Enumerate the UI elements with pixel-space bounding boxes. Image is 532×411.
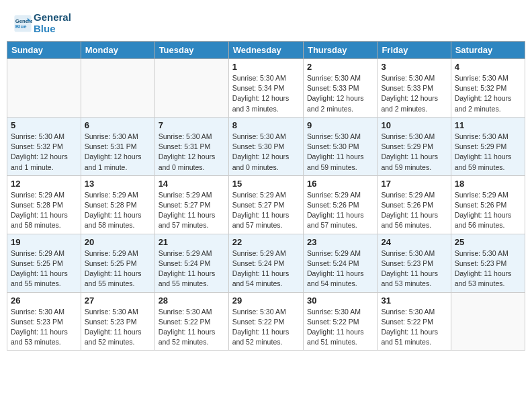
svg-text:Blue: Blue — [15, 24, 27, 30]
day-number: 13 — [85, 179, 151, 189]
day-number: 6 — [85, 120, 151, 130]
day-number: 29 — [232, 295, 300, 306]
day-info: Sunrise: 5:29 AM Sunset: 5:26 PM Dayligh… — [381, 190, 447, 231]
weekday-header-sunday: Sunday — [7, 42, 81, 59]
calendar-week-row: 5Sunrise: 5:30 AM Sunset: 5:32 PM Daylig… — [7, 117, 525, 175]
calendar-day-10: 10Sunrise: 5:30 AM Sunset: 5:29 PM Dayli… — [378, 117, 451, 175]
weekday-header-monday: Monday — [81, 42, 154, 59]
day-info: Sunrise: 5:29 AM Sunset: 5:28 PM Dayligh… — [85, 190, 151, 231]
day-number: 16 — [307, 179, 373, 189]
day-info: Sunrise: 5:29 AM Sunset: 5:24 PM Dayligh… — [232, 248, 300, 289]
day-number: 15 — [232, 179, 300, 189]
day-number: 8 — [232, 120, 300, 130]
calendar-day-29: 29Sunrise: 5:30 AM Sunset: 5:22 PM Dayli… — [228, 292, 303, 351]
calendar-day-31: 31Sunrise: 5:30 AM Sunset: 5:22 PM Dayli… — [378, 292, 451, 351]
calendar-day-1: 1Sunrise: 5:30 AM Sunset: 5:34 PM Daylig… — [228, 59, 303, 118]
title-section — [71, 12, 519, 13]
calendar-day-empty — [7, 59, 81, 118]
calendar-day-30: 30Sunrise: 5:30 AM Sunset: 5:22 PM Dayli… — [303, 292, 377, 351]
day-info: Sunrise: 5:30 AM Sunset: 5:23 PM Dayligh… — [455, 248, 521, 289]
day-number: 30 — [307, 295, 373, 306]
day-info: Sunrise: 5:30 AM Sunset: 5:32 PM Dayligh… — [455, 73, 521, 114]
day-number: 31 — [381, 295, 447, 306]
weekday-header-row: SundayMondayTuesdayWednesdayThursdayFrid… — [7, 42, 525, 59]
calendar-day-14: 14Sunrise: 5:29 AM Sunset: 5:27 PM Dayli… — [154, 175, 228, 234]
day-number: 25 — [455, 237, 521, 247]
day-number: 21 — [159, 237, 225, 247]
day-number: 3 — [381, 62, 447, 72]
day-number: 7 — [159, 120, 225, 130]
day-info: Sunrise: 5:30 AM Sunset: 5:22 PM Dayligh… — [159, 307, 225, 348]
day-number: 24 — [381, 237, 447, 247]
calendar-day-3: 3Sunrise: 5:30 AM Sunset: 5:33 PM Daylig… — [378, 59, 451, 118]
calendar-day-28: 28Sunrise: 5:30 AM Sunset: 5:22 PM Dayli… — [154, 292, 228, 351]
day-info: Sunrise: 5:30 AM Sunset: 5:31 PM Dayligh… — [85, 132, 151, 173]
logo-icon: General Blue — [13, 14, 32, 33]
calendar-day-15: 15Sunrise: 5:29 AM Sunset: 5:27 PM Dayli… — [228, 175, 303, 234]
weekday-header-saturday: Saturday — [451, 42, 525, 59]
calendar-day-19: 19Sunrise: 5:29 AM Sunset: 5:25 PM Dayli… — [7, 234, 81, 292]
day-number: 5 — [11, 120, 77, 130]
day-info: Sunrise: 5:30 AM Sunset: 5:33 PM Dayligh… — [381, 73, 447, 114]
day-number: 12 — [11, 179, 77, 189]
calendar-day-18: 18Sunrise: 5:29 AM Sunset: 5:26 PM Dayli… — [451, 175, 525, 234]
day-info: Sunrise: 5:29 AM Sunset: 5:25 PM Dayligh… — [11, 248, 77, 289]
calendar-day-12: 12Sunrise: 5:29 AM Sunset: 5:28 PM Dayli… — [7, 175, 81, 234]
calendar-day-16: 16Sunrise: 5:29 AM Sunset: 5:26 PM Dayli… — [303, 175, 377, 234]
day-info: Sunrise: 5:30 AM Sunset: 5:32 PM Dayligh… — [11, 132, 77, 173]
calendar-day-23: 23Sunrise: 5:29 AM Sunset: 5:24 PM Dayli… — [303, 234, 377, 292]
calendar-day-8: 8Sunrise: 5:30 AM Sunset: 5:30 PM Daylig… — [228, 117, 303, 175]
day-info: Sunrise: 5:30 AM Sunset: 5:29 PM Dayligh… — [381, 132, 447, 173]
day-info: Sunrise: 5:30 AM Sunset: 5:23 PM Dayligh… — [381, 248, 447, 289]
day-info: Sunrise: 5:30 AM Sunset: 5:34 PM Dayligh… — [232, 73, 300, 114]
day-info: Sunrise: 5:30 AM Sunset: 5:33 PM Dayligh… — [307, 73, 373, 114]
calendar-day-17: 17Sunrise: 5:29 AM Sunset: 5:26 PM Dayli… — [378, 175, 451, 234]
day-number: 26 — [11, 295, 77, 306]
calendar-day-2: 2Sunrise: 5:30 AM Sunset: 5:33 PM Daylig… — [303, 59, 377, 118]
day-info: Sunrise: 5:29 AM Sunset: 5:28 PM Dayligh… — [11, 190, 77, 231]
day-number: 19 — [11, 237, 77, 247]
calendar-day-13: 13Sunrise: 5:29 AM Sunset: 5:28 PM Dayli… — [81, 175, 154, 234]
day-number: 2 — [307, 62, 373, 72]
calendar-week-row: 19Sunrise: 5:29 AM Sunset: 5:25 PM Dayli… — [7, 234, 525, 292]
day-info: Sunrise: 5:30 AM Sunset: 5:30 PM Dayligh… — [232, 132, 300, 173]
day-info: Sunrise: 5:29 AM Sunset: 5:26 PM Dayligh… — [307, 190, 373, 231]
day-number: 14 — [159, 179, 225, 189]
calendar-day-6: 6Sunrise: 5:30 AM Sunset: 5:31 PM Daylig… — [81, 117, 154, 175]
day-info: Sunrise: 5:30 AM Sunset: 5:23 PM Dayligh… — [11, 307, 77, 348]
day-number: 18 — [455, 179, 521, 189]
day-info: Sunrise: 5:29 AM Sunset: 5:24 PM Dayligh… — [307, 248, 373, 289]
day-number: 28 — [159, 295, 225, 306]
day-info: Sunrise: 5:30 AM Sunset: 5:22 PM Dayligh… — [381, 307, 447, 348]
day-number: 23 — [307, 237, 373, 247]
calendar-day-empty — [154, 59, 228, 118]
day-info: Sunrise: 5:29 AM Sunset: 5:24 PM Dayligh… — [159, 248, 225, 289]
day-number: 11 — [455, 120, 521, 130]
calendar-day-empty — [81, 59, 154, 118]
day-number: 10 — [381, 120, 447, 130]
calendar-week-row: 26Sunrise: 5:30 AM Sunset: 5:23 PM Dayli… — [7, 292, 525, 351]
calendar-week-row: 12Sunrise: 5:29 AM Sunset: 5:28 PM Dayli… — [7, 175, 525, 234]
day-info: Sunrise: 5:30 AM Sunset: 5:22 PM Dayligh… — [307, 307, 373, 348]
calendar-week-row: 1Sunrise: 5:30 AM Sunset: 5:34 PM Daylig… — [7, 59, 525, 118]
calendar-day-20: 20Sunrise: 5:29 AM Sunset: 5:25 PM Dayli… — [81, 234, 154, 292]
day-number: 9 — [307, 120, 373, 130]
logo: General Blue General Blue — [13, 12, 71, 34]
day-info: Sunrise: 5:30 AM Sunset: 5:31 PM Dayligh… — [159, 132, 225, 173]
day-number: 4 — [455, 62, 521, 72]
calendar-day-22: 22Sunrise: 5:29 AM Sunset: 5:24 PM Dayli… — [228, 234, 303, 292]
calendar-day-25: 25Sunrise: 5:30 AM Sunset: 5:23 PM Dayli… — [451, 234, 525, 292]
calendar-day-4: 4Sunrise: 5:30 AM Sunset: 5:32 PM Daylig… — [451, 59, 525, 118]
day-info: Sunrise: 5:30 AM Sunset: 5:29 PM Dayligh… — [455, 132, 521, 173]
day-info: Sunrise: 5:30 AM Sunset: 5:22 PM Dayligh… — [232, 307, 300, 348]
logo-text: General Blue — [34, 12, 71, 34]
calendar-day-11: 11Sunrise: 5:30 AM Sunset: 5:29 PM Dayli… — [451, 117, 525, 175]
calendar-day-26: 26Sunrise: 5:30 AM Sunset: 5:23 PM Dayli… — [7, 292, 81, 351]
day-info: Sunrise: 5:29 AM Sunset: 5:26 PM Dayligh… — [455, 190, 521, 231]
calendar-table: SundayMondayTuesdayWednesdayThursdayFrid… — [7, 41, 525, 351]
calendar-day-5: 5Sunrise: 5:30 AM Sunset: 5:32 PM Daylig… — [7, 117, 81, 175]
day-number: 17 — [381, 179, 447, 189]
weekday-header-tuesday: Tuesday — [154, 42, 228, 59]
day-number: 1 — [232, 62, 300, 72]
calendar-day-7: 7Sunrise: 5:30 AM Sunset: 5:31 PM Daylig… — [154, 117, 228, 175]
